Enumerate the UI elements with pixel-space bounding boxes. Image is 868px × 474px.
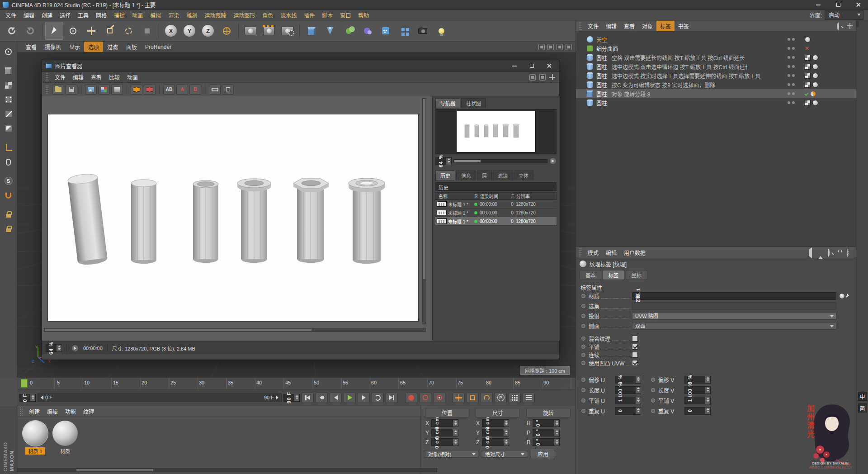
anim-dot-icon[interactable] xyxy=(581,314,585,318)
menu-mograph[interactable]: 运动图形 xyxy=(230,10,259,20)
sky-object-icon[interactable] xyxy=(587,36,593,43)
bump-uvw-checkbox[interactable] xyxy=(632,360,638,366)
stereo-icon[interactable] xyxy=(209,85,221,95)
light-icon[interactable] xyxy=(432,22,450,40)
anim-dot-icon[interactable] xyxy=(581,398,585,403)
uvw-tag-icon[interactable] xyxy=(805,82,811,88)
volume-icon[interactable] xyxy=(377,22,395,40)
visibility-dot[interactable] xyxy=(788,92,790,95)
anim-dot-icon[interactable] xyxy=(581,345,585,349)
material-menu-create[interactable]: 创建 xyxy=(25,406,43,417)
length-u-field[interactable]: 100 % xyxy=(615,386,641,394)
tab-info[interactable]: 信息 xyxy=(456,171,476,180)
previous-frame-icon[interactable] xyxy=(330,393,342,403)
navigator-preview[interactable] xyxy=(435,109,557,154)
search-icon[interactable] xyxy=(828,250,834,256)
material-item[interactable]: 材质.1 xyxy=(23,421,48,455)
go-to-end-icon[interactable] xyxy=(386,393,398,403)
select-tool-icon[interactable] xyxy=(45,22,63,40)
visibility-dot[interactable] xyxy=(792,47,795,50)
object-row-cylinder-1[interactable]: 圆柱 空格 双击需要延长的线面 按T 缩放工具 按Ctrl 线面延长 xyxy=(576,53,856,62)
lock-icon[interactable] xyxy=(2,223,15,235)
object-row-sky[interactable]: 天空 xyxy=(576,35,856,44)
am-menu-mode[interactable]: 模式 xyxy=(584,247,602,258)
save-image-icon[interactable] xyxy=(66,85,77,95)
material-tag-icon[interactable] xyxy=(812,73,818,79)
enabled-check-icon[interactable] xyxy=(804,91,808,95)
phong-tag-icon[interactable] xyxy=(810,91,816,97)
tab-tag[interactable]: 标签 xyxy=(603,270,624,280)
material-menu-edit[interactable]: 编辑 xyxy=(43,406,61,417)
current-frame-field[interactable]: 0 F xyxy=(19,394,36,402)
anim-dot-icon[interactable] xyxy=(651,378,655,382)
material-tag-icon[interactable] xyxy=(812,55,818,61)
minimize-button[interactable] xyxy=(808,0,828,10)
play-icon[interactable] xyxy=(344,393,356,403)
previous-key-icon[interactable] xyxy=(316,393,328,403)
panel-grip[interactable] xyxy=(20,408,23,416)
visibility-dot[interactable] xyxy=(792,92,795,95)
cylinder-object-icon[interactable] xyxy=(587,72,593,79)
material-field[interactable]: 材质.1 xyxy=(632,292,836,300)
tab-stereo[interactable]: 立体 xyxy=(514,171,533,180)
polygons-mode-icon[interactable] xyxy=(2,122,15,135)
object-row-cylinder-5[interactable]: 圆柱 对象 旋转分段 8 xyxy=(576,89,856,98)
material-preview-sphere[interactable] xyxy=(52,421,78,446)
anim-dot-icon[interactable] xyxy=(581,409,585,413)
tab-filter[interactable]: 滤镜 xyxy=(493,171,513,180)
live-selection-icon[interactable] xyxy=(64,22,82,40)
picture-viewer-window[interactable]: 图片查看器 文件 编辑 查看 比较 动画 AB A B xyxy=(42,60,559,360)
visibility-dot[interactable] xyxy=(788,56,790,59)
up-arrow-icon[interactable] xyxy=(818,250,824,256)
animation-layers-icon[interactable] xyxy=(523,393,535,403)
filter-red-icon[interactable] xyxy=(144,85,156,95)
material-menu-function[interactable]: 功能 xyxy=(61,406,80,417)
viewport-menu-prorender[interactable]: ProRender xyxy=(141,43,175,52)
cylinder-object-icon[interactable] xyxy=(587,100,593,106)
material-item[interactable]: 材质 xyxy=(52,421,78,455)
timeline-ruler[interactable]: 0 5 10 15 20 25 30 35 40 45 50 55 60 65 … xyxy=(17,378,576,389)
material-tag-icon[interactable] xyxy=(805,37,811,43)
range-start-handle[interactable] xyxy=(41,395,43,400)
channels-icon[interactable] xyxy=(98,85,110,95)
next-frame-icon[interactable] xyxy=(358,393,370,403)
canvas-hscrollbar[interactable] xyxy=(44,328,426,332)
selection-field[interactable] xyxy=(632,302,836,310)
visibility-dot[interactable] xyxy=(792,74,795,77)
om-menu-bookmarks[interactable]: 书签 xyxy=(675,21,693,31)
viewport-solo-icon[interactable] xyxy=(2,156,15,168)
record-keyframe-icon[interactable] xyxy=(405,393,417,403)
apply-button[interactable]: 应用 xyxy=(531,449,555,459)
render-view-icon[interactable] xyxy=(241,22,259,40)
object-row-cylinder-2[interactable]: 圆柱 选中边模式 双击选中循环边 按T 缩放工具 按Ctrl 线面延长 xyxy=(576,62,856,71)
viewport-menu-options[interactable]: 选项 xyxy=(84,42,103,52)
repeat-v-field[interactable]: 0 xyxy=(684,407,711,415)
material-tag-icon[interactable] xyxy=(812,82,818,88)
axis-mode-icon[interactable] xyxy=(2,141,15,154)
settings-icon[interactable] xyxy=(847,250,853,256)
history-row[interactable]: 未标题 1 * 00:00:00 0 1280x720 xyxy=(435,200,557,209)
pv-menu-animation[interactable]: 动画 xyxy=(123,72,142,82)
record-parameter-icon[interactable]: P xyxy=(495,393,507,403)
om-menu-tags[interactable]: 标签 xyxy=(656,21,675,31)
menu-create[interactable]: 创建 xyxy=(38,10,56,20)
record-pla-icon[interactable] xyxy=(509,393,521,403)
dual-view-icon[interactable] xyxy=(539,74,546,81)
cylinder-object-icon[interactable] xyxy=(587,63,593,70)
menu-help[interactable]: 帮助 xyxy=(354,10,373,20)
anim-dot-icon[interactable] xyxy=(581,361,585,365)
interface-select[interactable]: 启动 xyxy=(825,10,863,20)
anim-dot-icon[interactable] xyxy=(651,388,655,392)
record-rotation-icon[interactable] xyxy=(481,393,493,403)
image-icon[interactable] xyxy=(85,85,97,95)
workplane-lock-icon[interactable] xyxy=(2,208,15,221)
open-image-icon[interactable] xyxy=(52,85,64,95)
pv-menu-compare[interactable]: 比较 xyxy=(105,72,123,82)
visibility-dot[interactable] xyxy=(788,65,790,68)
coord-mode-select[interactable]: 对象(相对) xyxy=(425,450,478,458)
zoom-field[interactable]: 64 % xyxy=(435,157,452,165)
size-mode-select[interactable]: 绝对尺寸 xyxy=(482,450,527,458)
maximize-button[interactable] xyxy=(828,0,848,10)
menu-pipeline[interactable]: 流水线 xyxy=(277,10,300,20)
render-settings-icon[interactable] xyxy=(278,22,297,40)
